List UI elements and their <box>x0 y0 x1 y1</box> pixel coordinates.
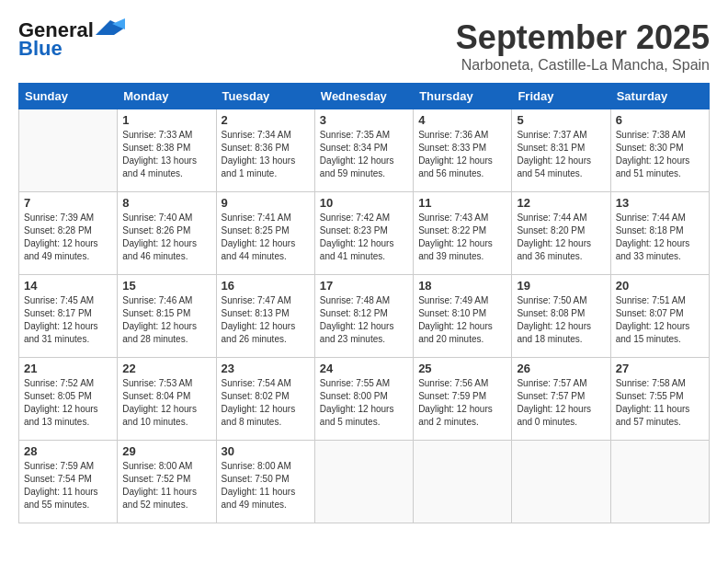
day-number: 27 <box>616 362 704 375</box>
weekday-header-monday: Monday <box>118 84 216 109</box>
day-info: Sunrise: 7:42 AMSunset: 8:23 PMDaylight:… <box>320 212 408 263</box>
day-number: 4 <box>418 113 506 127</box>
day-number: 2 <box>222 113 310 127</box>
day-number: 30 <box>222 444 310 458</box>
day-cell: 6Sunrise: 7:38 AMSunset: 8:30 PMDaylight… <box>610 109 709 192</box>
weekday-header-saturday: Saturday <box>610 84 709 109</box>
day-info: Sunrise: 7:43 AMSunset: 8:22 PMDaylight:… <box>418 212 506 263</box>
day-info: Sunrise: 7:47 AMSunset: 8:13 PMDaylight:… <box>222 294 310 346</box>
day-cell: 2Sunrise: 7:34 AMSunset: 8:36 PMDaylight… <box>216 109 314 192</box>
day-cell: 7Sunrise: 7:39 AMSunset: 8:28 PMDaylight… <box>19 192 118 275</box>
day-number: 3 <box>320 113 408 127</box>
day-number: 24 <box>320 362 408 375</box>
day-number: 7 <box>24 196 112 210</box>
day-cell: 1Sunrise: 7:33 AMSunset: 8:38 PMDaylight… <box>118 109 216 192</box>
day-cell: 16Sunrise: 7:47 AMSunset: 8:13 PMDayligh… <box>216 275 314 358</box>
day-info: Sunrise: 7:52 AMSunset: 8:05 PMDaylight:… <box>24 377 112 429</box>
day-number: 26 <box>517 362 605 375</box>
day-info: Sunrise: 8:00 AMSunset: 7:50 PMDaylight:… <box>222 460 310 511</box>
day-info: Sunrise: 8:00 AMSunset: 7:52 PMDaylight:… <box>122 460 210 511</box>
week-row-2: 7Sunrise: 7:39 AMSunset: 8:28 PMDaylight… <box>19 192 710 275</box>
day-number: 15 <box>122 279 210 293</box>
day-info: Sunrise: 7:41 AMSunset: 8:25 PMDaylight:… <box>222 212 310 263</box>
day-number: 19 <box>517 279 605 293</box>
day-cell: 23Sunrise: 7:54 AMSunset: 8:02 PMDayligh… <box>216 358 314 441</box>
day-cell: 14Sunrise: 7:45 AMSunset: 8:17 PMDayligh… <box>19 275 118 358</box>
day-cell: 30Sunrise: 8:00 AMSunset: 7:50 PMDayligh… <box>216 441 314 523</box>
location: Narboneta, Castille-La Mancha, Spain <box>456 57 710 74</box>
header: General Blue September 2025 Narboneta, C… <box>18 18 710 74</box>
day-cell: 8Sunrise: 7:40 AMSunset: 8:26 PMDaylight… <box>118 192 216 275</box>
week-row-1: 1Sunrise: 7:33 AMSunset: 8:38 PMDaylight… <box>19 109 710 192</box>
weekday-header-row: SundayMondayTuesdayWednesdayThursdayFrid… <box>19 84 710 109</box>
day-cell: 18Sunrise: 7:49 AMSunset: 8:10 PMDayligh… <box>414 275 512 358</box>
day-number: 10 <box>320 196 408 210</box>
day-cell: 28Sunrise: 7:59 AMSunset: 7:54 PMDayligh… <box>19 441 118 523</box>
day-cell: 12Sunrise: 7:44 AMSunset: 8:20 PMDayligh… <box>512 192 610 275</box>
day-info: Sunrise: 7:48 AMSunset: 8:12 PMDaylight:… <box>320 294 408 346</box>
day-number: 12 <box>517 196 605 210</box>
day-info: Sunrise: 7:59 AMSunset: 7:54 PMDaylight:… <box>24 460 112 511</box>
week-row-3: 14Sunrise: 7:45 AMSunset: 8:17 PMDayligh… <box>19 275 710 358</box>
day-number: 6 <box>616 113 704 127</box>
day-info: Sunrise: 7:39 AMSunset: 8:28 PMDaylight:… <box>24 212 112 263</box>
day-info: Sunrise: 7:45 AMSunset: 8:17 PMDaylight:… <box>24 294 112 346</box>
day-info: Sunrise: 7:58 AMSunset: 7:55 PMDaylight:… <box>616 377 704 429</box>
day-info: Sunrise: 7:35 AMSunset: 8:34 PMDaylight:… <box>320 129 408 180</box>
day-info: Sunrise: 7:36 AMSunset: 8:33 PMDaylight:… <box>418 129 506 180</box>
day-cell: 19Sunrise: 7:50 AMSunset: 8:08 PMDayligh… <box>512 275 610 358</box>
day-info: Sunrise: 7:38 AMSunset: 8:30 PMDaylight:… <box>616 129 704 180</box>
weekday-header-friday: Friday <box>512 84 610 109</box>
day-cell: 5Sunrise: 7:37 AMSunset: 8:31 PMDaylight… <box>512 109 610 192</box>
logo-icon <box>96 18 125 37</box>
day-info: Sunrise: 7:54 AMSunset: 8:02 PMDaylight:… <box>222 377 310 429</box>
day-cell: 20Sunrise: 7:51 AMSunset: 8:07 PMDayligh… <box>610 275 709 358</box>
day-info: Sunrise: 7:55 AMSunset: 8:00 PMDaylight:… <box>320 377 408 429</box>
day-number: 28 <box>24 444 112 458</box>
day-cell: 10Sunrise: 7:42 AMSunset: 8:23 PMDayligh… <box>314 192 413 275</box>
week-row-5: 28Sunrise: 7:59 AMSunset: 7:54 PMDayligh… <box>19 441 710 523</box>
day-cell: 17Sunrise: 7:48 AMSunset: 8:12 PMDayligh… <box>314 275 413 358</box>
day-info: Sunrise: 7:40 AMSunset: 8:26 PMDaylight:… <box>122 212 210 263</box>
day-number: 13 <box>616 196 704 210</box>
day-cell: 29Sunrise: 8:00 AMSunset: 7:52 PMDayligh… <box>118 441 216 523</box>
day-cell: 3Sunrise: 7:35 AMSunset: 8:34 PMDaylight… <box>314 109 413 192</box>
day-info: Sunrise: 7:57 AMSunset: 7:57 PMDaylight:… <box>517 377 605 429</box>
day-cell: 21Sunrise: 7:52 AMSunset: 8:05 PMDayligh… <box>19 358 118 441</box>
day-cell: 27Sunrise: 7:58 AMSunset: 7:55 PMDayligh… <box>610 358 709 441</box>
day-cell: 4Sunrise: 7:36 AMSunset: 8:33 PMDaylight… <box>414 109 512 192</box>
day-number: 20 <box>616 279 704 293</box>
day-number: 8 <box>122 196 210 210</box>
day-info: Sunrise: 7:33 AMSunset: 8:38 PMDaylight:… <box>122 129 210 180</box>
day-number: 5 <box>517 113 605 127</box>
day-cell <box>19 109 118 192</box>
week-row-4: 21Sunrise: 7:52 AMSunset: 8:05 PMDayligh… <box>19 358 710 441</box>
day-number: 16 <box>222 279 310 293</box>
day-info: Sunrise: 7:46 AMSunset: 8:15 PMDaylight:… <box>122 294 210 346</box>
logo: General Blue <box>18 18 125 61</box>
day-cell <box>314 441 413 523</box>
day-info: Sunrise: 7:49 AMSunset: 8:10 PMDaylight:… <box>418 294 506 346</box>
day-cell: 26Sunrise: 7:57 AMSunset: 7:57 PMDayligh… <box>512 358 610 441</box>
day-info: Sunrise: 7:50 AMSunset: 8:08 PMDaylight:… <box>517 294 605 346</box>
day-number: 1 <box>122 113 210 127</box>
day-cell: 22Sunrise: 7:53 AMSunset: 8:04 PMDayligh… <box>118 358 216 441</box>
day-cell: 24Sunrise: 7:55 AMSunset: 8:00 PMDayligh… <box>314 358 413 441</box>
weekday-header-wednesday: Wednesday <box>314 84 413 109</box>
calendar: SundayMondayTuesdayWednesdayThursdayFrid… <box>18 83 710 523</box>
day-number: 17 <box>320 279 408 293</box>
day-cell: 15Sunrise: 7:46 AMSunset: 8:15 PMDayligh… <box>118 275 216 358</box>
day-number: 22 <box>122 362 210 375</box>
day-number: 11 <box>418 196 506 210</box>
day-info: Sunrise: 7:44 AMSunset: 8:20 PMDaylight:… <box>517 212 605 263</box>
day-cell: 9Sunrise: 7:41 AMSunset: 8:25 PMDaylight… <box>216 192 314 275</box>
day-cell: 13Sunrise: 7:44 AMSunset: 8:18 PMDayligh… <box>610 192 709 275</box>
day-number: 18 <box>418 279 506 293</box>
day-cell: 11Sunrise: 7:43 AMSunset: 8:22 PMDayligh… <box>414 192 512 275</box>
day-cell <box>512 441 610 523</box>
day-info: Sunrise: 7:37 AMSunset: 8:31 PMDaylight:… <box>517 129 605 180</box>
month-title: September 2025 <box>456 18 710 57</box>
day-number: 23 <box>222 362 310 375</box>
day-number: 29 <box>122 444 210 458</box>
day-info: Sunrise: 7:53 AMSunset: 8:04 PMDaylight:… <box>122 377 210 429</box>
